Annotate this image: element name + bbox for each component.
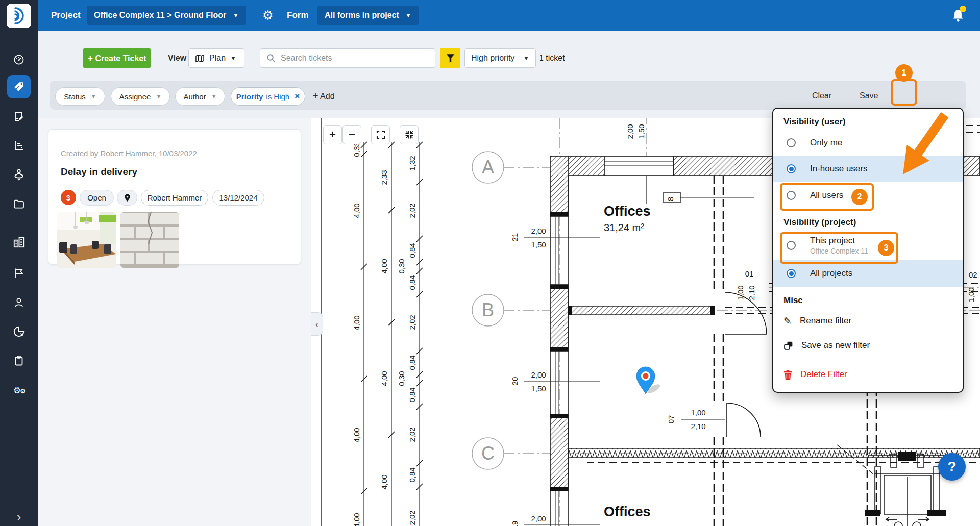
ticket-photo-meeting-room[interactable] [57,212,116,268]
due-date-chip[interactable]: 13/12/2024 [212,190,264,206]
svg-text:21: 21 [510,233,519,242]
clipboard-icon [13,355,25,367]
view-selector[interactable]: Plan ▼ [188,48,244,68]
divider [159,49,159,67]
divider [773,360,963,360]
sidebar-item-company[interactable] [0,231,38,254]
filter-field-status[interactable]: Status▼ [55,87,105,106]
svg-text:4,00: 4,00 [352,203,361,218]
svg-text:2,02: 2,02 [408,427,416,442]
menu-option-this-project[interactable]: This project Office Complex 11 [773,231,963,260]
filter-field-assignee[interactable]: Assignee▼ [111,87,170,106]
notification-dot [960,6,966,12]
callout-badge-2: 2 [851,189,868,205]
sidebar-item-documents[interactable] [0,192,38,215]
sidebar-item-statistics[interactable] [0,134,38,157]
notifications-button[interactable] [950,8,966,26]
panel-collapse-handle[interactable]: ‹ [311,312,323,336]
menu-option-in-house-users[interactable]: In-house users [773,156,963,182]
svg-text:A: A [482,157,494,178]
svg-text:2,10: 2,10 [747,285,756,300]
ticket-pin[interactable] [636,367,662,395]
sidebar-item-dashboard[interactable] [0,48,38,71]
fullscreen-button[interactable] [371,125,390,144]
menu-option-all-projects[interactable]: All projects [773,260,963,287]
form-selector[interactable]: All forms in project ▼ [317,6,419,25]
create-ticket-button[interactable]: + Create Ticket [83,48,151,68]
svg-text:2,00: 2,00 [531,227,546,235]
radio-selected-icon[interactable] [787,164,796,173]
project-settings-gear-icon[interactable]: ⚙ [262,0,274,31]
remove-filter-icon[interactable]: × [295,91,300,102]
svg-text:1,50: 1,50 [637,124,646,139]
ticket-card[interactable]: Created by Robert Hammer, 10/03/2022 Del… [48,129,301,265]
ticket-count: 1 ticket [539,54,565,63]
collapse-arrows-icon [404,130,414,140]
divider [251,49,251,67]
settings-gears-icon: ⚙⚙ [13,385,24,396]
priority-count-badge: 3 [61,190,76,205]
chevron-down-icon: ▼ [523,55,529,62]
svg-text:31,24 m²: 31,24 m² [604,222,644,233]
menu-item-delete-filter[interactable]: Delete Filter [773,362,963,387]
pencil-icon: ✎ [783,315,792,327]
svg-text:02: 02 [969,270,977,279]
help-button[interactable]: ? [938,453,966,481]
filter-field-priority-active[interactable]: Priority is High × [231,87,305,106]
sidebar-item-users[interactable] [0,291,38,314]
fullscreen-icon [376,130,386,140]
sidebar-item-forms[interactable] [0,105,38,128]
saved-filter-value: High priority [471,54,514,63]
saved-filter-selector[interactable]: High priority ▼ [464,48,536,68]
clear-filters-button[interactable]: Clear [812,88,831,104]
saved-filter-button[interactable] [440,48,460,68]
menu-option-only-me[interactable]: Only me [773,130,963,156]
svg-text:0,84: 0,84 [408,355,416,370]
search-tickets-field[interactable] [260,48,435,68]
svg-text:Offices: Offices [604,204,651,219]
fit-view-button[interactable] [400,125,419,144]
divider [773,289,963,289]
planradar-logo-icon [9,6,29,26]
zoom-out-button[interactable]: − [342,125,361,144]
sidebar-item-site[interactable] [0,163,38,186]
svg-text:1,00: 1,00 [691,408,705,417]
menu-item-save-as-new-filter[interactable]: Save as new filter [773,333,963,358]
radio-selected-icon[interactable] [787,269,796,278]
search-input[interactable] [281,54,429,63]
svg-text:Offices: Offices [604,504,651,519]
sidebar-item-analytics[interactable] [0,320,38,343]
ticket-photo-brick-wall[interactable] [120,212,179,268]
menu-item-rename-filter[interactable]: ✎ Rename filter [773,309,963,333]
radio-icon[interactable] [787,191,796,200]
assignee-chip[interactable]: Robert Hammer [141,190,208,206]
svg-text:2,00: 2,00 [531,370,546,379]
filter-bar: Status▼ Assignee▼ Author▼ Priority is Hi… [50,81,966,110]
app-logo[interactable] [7,4,31,28]
svg-text:1,50: 1,50 [531,384,546,393]
menu-option-all-users[interactable]: All users [773,182,963,209]
project-selector[interactable]: Office Complex 11 > Ground Floor ▼ [87,6,246,25]
svg-text:0,30: 0,30 [397,371,406,386]
sidebar-expand-button[interactable]: › [0,505,38,526]
sidebar-item-tasks[interactable] [0,349,38,372]
zoom-in-button[interactable]: + [323,125,342,144]
sidebar-item-settings[interactable]: ⚙⚙ [0,379,38,402]
filter-field-author[interactable]: Author▼ [175,87,225,106]
add-filter-button[interactable]: + Add [313,88,335,104]
divider [773,211,963,211]
svg-text:2,10: 2,10 [691,422,705,431]
radio-icon[interactable] [787,138,796,147]
svg-text:C: C [481,443,495,464]
radio-icon[interactable] [787,241,796,250]
location-pin-chip[interactable] [117,190,137,206]
chevron-down-icon: ▼ [233,12,239,19]
save-filter-button[interactable]: Save [860,88,878,104]
svg-text:20: 20 [510,377,519,386]
sidebar-item-tickets[interactable] [7,75,31,98]
svg-text:19: 19 [510,521,519,526]
svg-text:0,84: 0,84 [408,467,416,482]
form-selector-value: All forms in project [325,11,399,20]
sidebar-item-reports[interactable] [0,261,38,285]
callout-badge-3: 3 [878,240,894,256]
